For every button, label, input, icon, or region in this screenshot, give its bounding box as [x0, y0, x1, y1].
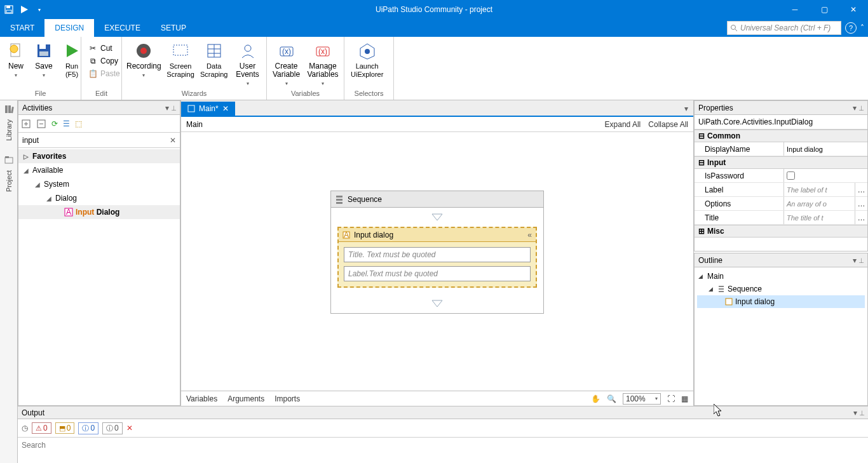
output-warn-filter[interactable]: ⬒0: [55, 422, 75, 434]
minimize-button[interactable]: ─: [780, 0, 810, 19]
fit-icon[interactable]: ⛶: [667, 394, 675, 403]
tree-favorites[interactable]: ▷Favorites: [18, 149, 180, 163]
activities-panel: Activities ▾⟂ ⟳ ☰ ⬚ ✕ ▷Favorites ◢Availa…: [18, 100, 180, 406]
designer-tab-close[interactable]: ✕: [222, 104, 229, 113]
activity-collapse-icon[interactable]: «: [527, 231, 532, 239]
output-error-filter[interactable]: ⚠0: [32, 422, 51, 434]
recording-button[interactable]: Recording▾: [125, 39, 163, 81]
data-scraping-button[interactable]: Data Scraping: [198, 39, 230, 80]
outline-main[interactable]: ◢Main: [697, 270, 865, 283]
zoom-combo[interactable]: 100%▾: [623, 393, 661, 405]
input-dialog-label-field[interactable]: Label.Text must be quoted: [344, 266, 531, 281]
output-dropdown[interactable]: ▾: [853, 408, 857, 417]
cat-input[interactable]: ⊟Input: [695, 156, 867, 169]
prop-title[interactable]: Title The title of t …: [695, 211, 867, 225]
tab-start[interactable]: START: [0, 19, 44, 37]
tree-available[interactable]: ◢Available: [18, 163, 180, 177]
footer-variables[interactable]: Variables: [186, 394, 217, 403]
prop-label[interactable]: Label The label of t …: [695, 183, 867, 197]
universal-search[interactable]: Universal Search (Ctrl + F): [727, 21, 841, 35]
rail-project[interactable]: Project: [5, 168, 13, 194]
cat-misc[interactable]: ⊞Misc: [695, 225, 867, 238]
tree-input-dialog[interactable]: A Input Dialog: [18, 205, 180, 219]
props-pin[interactable]: ⟂: [859, 104, 864, 112]
tab-setup[interactable]: SETUP: [151, 19, 196, 37]
paste-button[interactable]: 📋Paste: [84, 67, 124, 80]
expand-all[interactable]: Expand All: [605, 120, 641, 129]
svg-rect-26: [5, 105, 8, 113]
output-clock-icon[interactable]: ◷: [22, 424, 28, 433]
collapse-ribbon-button[interactable]: ˄: [860, 23, 864, 32]
act-package-icon[interactable]: ⬚: [75, 119, 82, 128]
activity-icon: A: [342, 231, 350, 239]
output-search[interactable]: [22, 441, 864, 450]
new-button[interactable]: New▾: [3, 39, 29, 81]
svg-rect-41: [336, 202, 342, 204]
tab-design[interactable]: DESIGN: [44, 19, 94, 37]
collapse-all[interactable]: Collapse All: [648, 120, 688, 129]
rail-library[interactable]: Library: [5, 117, 13, 144]
activities-search-clear[interactable]: ✕: [170, 136, 176, 145]
drop-connector-top[interactable]: [331, 208, 543, 227]
designer-tabs-dropdown[interactable]: ▾: [679, 102, 693, 116]
activities-search-input[interactable]: [22, 136, 170, 145]
footer-arguments[interactable]: Arguments: [227, 394, 264, 403]
output-pin[interactable]: ⟂: [860, 408, 864, 417]
designer-tab-main[interactable]: Main* ✕: [181, 102, 235, 116]
qat-dropdown-icon[interactable]: ▾: [34, 4, 44, 15]
tab-execute[interactable]: EXECUTE: [94, 19, 151, 37]
props-dropdown[interactable]: ▾: [853, 104, 857, 112]
tree-dialog[interactable]: ◢Dialog: [18, 191, 180, 205]
drop-connector-bottom[interactable]: [331, 294, 543, 313]
act-expand-icon[interactable]: [21, 119, 31, 129]
activities-dropdown[interactable]: ▾: [165, 104, 169, 112]
activities-pin[interactable]: ⟂: [172, 104, 176, 112]
output-trace-filter[interactable]: ⓘ0: [102, 422, 123, 434]
footer-imports[interactable]: Imports: [275, 394, 300, 403]
close-button[interactable]: ✕: [839, 0, 868, 19]
create-variable-button[interactable]: (x) Create Variable ▾: [269, 39, 303, 89]
output-info-filter[interactable]: ⓘ0: [78, 422, 98, 434]
ispassword-checkbox[interactable]: [787, 171, 795, 180]
prop-displayname[interactable]: DisplayName Input dialog: [695, 142, 867, 156]
outline-pin[interactable]: ⟂: [859, 256, 864, 265]
act-refresh-icon[interactable]: ⟳: [51, 119, 58, 128]
cat-common[interactable]: ⊟Common: [695, 130, 867, 142]
help-button[interactable]: ?: [845, 22, 857, 34]
prop-ispassword[interactable]: IsPassword: [695, 169, 867, 183]
svg-rect-29: [5, 158, 13, 163]
prop-options-browse[interactable]: …: [855, 197, 867, 210]
svg-rect-14: [173, 45, 187, 55]
save-button[interactable]: Save▾: [31, 39, 57, 81]
screen-scraping-button[interactable]: Screen Scraping: [165, 39, 197, 80]
tree-system[interactable]: ◢System: [18, 177, 180, 191]
prop-label-browse[interactable]: …: [855, 183, 867, 196]
overview-icon[interactable]: ▦: [681, 394, 688, 403]
save-icon[interactable]: [4, 4, 14, 15]
group-selectors-label: Selectors: [344, 90, 393, 100]
outline-dropdown[interactable]: ▾: [853, 256, 857, 265]
sequence-container[interactable]: Sequence A Input dialog « Title. Text mu…: [330, 191, 544, 314]
input-dialog-title-field[interactable]: Title. Text must be quoted: [344, 247, 531, 262]
prop-options[interactable]: Options An array of o …: [695, 197, 867, 211]
act-collapse-icon[interactable]: [36, 119, 46, 129]
activity-icon: [725, 298, 733, 305]
maximize-button[interactable]: ▢: [810, 0, 839, 19]
act-list-icon[interactable]: ☰: [63, 119, 70, 128]
prop-title-browse[interactable]: …: [855, 211, 867, 224]
pan-icon[interactable]: ✋: [591, 394, 600, 403]
input-dialog-activity[interactable]: A Input dialog « Title. Text must be quo…: [337, 227, 537, 288]
breadcrumb[interactable]: Main: [186, 120, 203, 129]
copy-button[interactable]: ⧉Copy: [84, 55, 124, 67]
outline-input-dialog[interactable]: Input dialog: [697, 295, 865, 308]
zoom-icon[interactable]: 🔍: [607, 394, 616, 403]
output-clear[interactable]: ✕: [126, 424, 133, 433]
outline-panel: Outline ▾⟂ ◢Main ◢Sequence Input dialog: [694, 253, 868, 406]
svg-rect-10: [39, 51, 48, 56]
cut-button[interactable]: ✂Cut: [84, 42, 124, 55]
manage-variables-button[interactable]: (x) Manage Variables ▾: [304, 39, 341, 89]
user-events-button[interactable]: User Events ▾: [231, 39, 264, 89]
run-icon[interactable]: [19, 4, 29, 15]
launch-uiexplorer-button[interactable]: Launch UiExplorer: [347, 39, 387, 80]
outline-sequence[interactable]: ◢Sequence: [697, 283, 865, 295]
